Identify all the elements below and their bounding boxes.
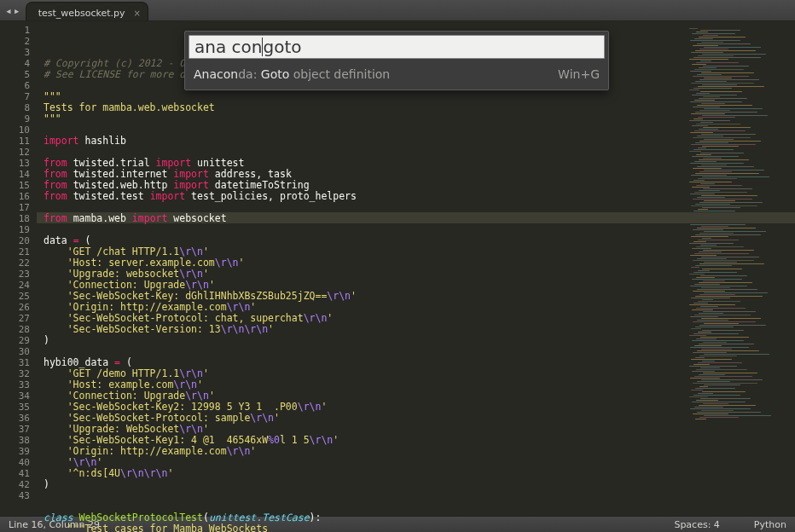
minimap-line [700,398,751,399]
command-palette: ana congoto Anaconda: Goto object defini… [184,31,609,90]
titlebar: ◂ ▸ test_websocket.py × [0,0,795,21]
command-palette-result[interactable]: Anaconda: Goto object definition Win+G [185,62,608,90]
code-line [44,490,684,501]
minimap-line [689,151,701,152]
minimap-line [698,117,735,118]
minimap-line [694,284,720,285]
minimap-line [695,388,735,389]
code-line [44,224,684,235]
minimap-line [697,381,730,382]
minimap-line [701,287,730,288]
line-number: 4 [0,58,30,69]
minimap-line [699,313,723,314]
minimap-line [696,124,740,124]
minimap-line [702,330,744,331]
nav-back-icon[interactable]: ◂ [5,4,12,17]
line-number: 38 [0,435,30,446]
minimap-line [698,362,742,363]
minimap-line [699,294,735,295]
tab-file[interactable]: test_websocket.py × [26,2,148,20]
minimap[interactable] [684,21,795,516]
line-number: 40 [0,457,30,468]
minimap-line [693,229,723,230]
minimap-line [698,209,708,210]
line-number: 2 [0,36,30,47]
minimap-line [693,149,734,150]
minimap-line [701,165,727,165]
minimap-line [700,122,713,123]
minimap-line [695,296,763,297]
minimap-line [704,354,769,355]
code-line: 'Sec-WebSocket-Version: 13\r\n\r\n' [44,324,684,335]
minimap-line [699,79,759,80]
minimap-line [703,403,728,404]
minimap-line [692,371,715,372]
minimap-line [694,38,713,39]
line-number: 28 [0,324,30,335]
line-number: 30 [0,346,30,357]
line-number: 26 [0,302,30,313]
minimap-line [692,33,735,34]
close-icon[interactable]: × [134,9,141,18]
minimap-line [692,279,742,280]
minimap-line [692,64,706,65]
minimap-line [704,385,740,385]
minimap-line [702,115,768,116]
minimap-line [691,83,754,84]
minimap-line [699,49,728,49]
minimap-line [690,224,746,225]
line-number: 37 [0,424,30,435]
minimap-line [694,130,746,131]
minimap-line [693,88,732,89]
minimap-line [691,390,703,390]
line-number: 3 [0,47,30,58]
minimap-line [693,272,737,273]
minimap-line [691,328,701,329]
line-number: 10 [0,124,30,136]
line-number: 29 [0,335,30,346]
minimap-line [704,292,768,293]
command-palette-input[interactable]: ana congoto [189,35,605,59]
minimap-line [697,105,752,106]
minimap-line [690,286,747,286]
minimap-line [700,245,717,246]
minimap-line [693,321,756,322]
minimap-line [691,144,756,145]
minimap-line [695,265,732,266]
minimap-line [690,316,718,317]
minimap-line [701,134,756,135]
status-syntax[interactable]: Python [754,519,786,530]
minimap-line [691,359,732,360]
minimap-line [693,364,710,365]
minimap-line [693,107,720,107]
line-number: 6 [0,80,30,91]
minimap-line [696,62,739,63]
minimap-line [697,74,722,75]
minimap-line [690,71,711,72]
minimap-line [699,405,756,406]
minimap-line [691,267,699,268]
line-number: 34 [0,390,30,402]
minimap-line [689,28,698,29]
nav-forward-icon[interactable]: ▸ [14,4,20,17]
line-number: 15 [0,180,30,191]
minimap-line [695,112,757,113]
minimap-line [703,280,725,281]
minimap-line [700,306,718,307]
code-line: from twisted.test import test_policies, … [44,191,684,202]
minimap-line [693,119,703,119]
code-editor[interactable]: # Copyright (c) 2012 - Osca# See LICENSE… [37,21,684,516]
code-line: from mamba.web import websocket [44,213,684,224]
minimap-line [695,419,706,419]
minimap-line [689,274,705,275]
minimap-line [698,393,713,394]
palette-mid: da: [238,67,261,81]
minimap-line [704,200,735,201]
minimap-line [704,231,766,232]
minimap-line [692,187,710,188]
line-number: 14 [0,169,30,180]
line-number: 33 [0,379,30,390]
minimap-line [689,366,737,367]
minimap-line [695,50,756,51]
minimap-line [698,55,734,56]
